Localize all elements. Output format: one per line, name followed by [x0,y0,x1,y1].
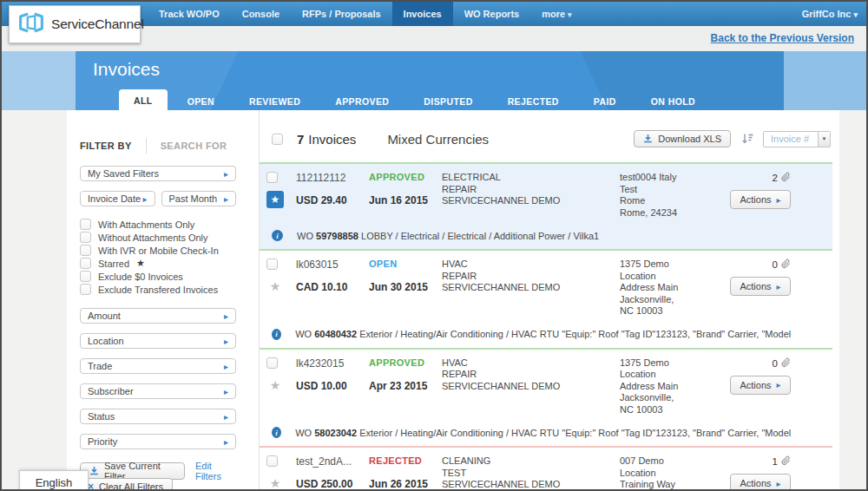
sort-field-value: Invoice # [764,134,818,144]
tab-approved[interactable]: APPROVED [320,93,404,110]
checkbox-label: Exclude $0 Invoices [98,272,183,282]
actions-button[interactable]: Actions▸ [730,190,791,209]
provider: SERVICECHANNEL DEMO [442,479,620,491]
actions-button[interactable]: Actions▸ [730,277,791,296]
tab-filter-by[interactable]: FILTER BY [80,141,132,151]
invoice-date-select[interactable]: Invoice Date ▸ [80,191,155,206]
tab-disputed[interactable]: DISPUTED [409,93,487,110]
checkbox-label: Without Attachments Only [98,232,208,243]
trade-label: Trade [88,361,112,371]
actions-label: Actions [740,194,771,205]
location-label: Location [88,336,124,346]
save-current-filter-button[interactable]: Save Current Filter [80,462,185,480]
chevron-right-icon: ▸ [224,437,228,447]
chevron-down-icon: ▾ [568,10,572,19]
tab-on-hold[interactable]: ON HOLD [636,93,710,110]
page-header-band-right [784,51,866,110]
edit-filters-link[interactable]: Edit Filters [195,461,236,481]
clear-all-filters-button[interactable]: × Clear All Filters [78,478,173,491]
checkbox[interactable] [80,258,91,269]
nav-console[interactable]: Console [231,2,291,26]
checkbox[interactable] [80,245,91,256]
location-address: Address Main [620,282,688,294]
provider: SERVICECHANNEL DEMO [442,195,620,207]
close-icon: × [88,481,94,491]
tab-search-for[interactable]: SEARCH FOR [161,141,227,151]
nav-invoices[interactable]: Invoices [392,2,453,26]
wo-prefix: WO [295,428,312,438]
filter-sidebar: FILTER BY SEARCH FOR My Saved Filters ▸ … [67,110,260,491]
row-checkbox[interactable] [266,357,278,369]
amount-label: Amount [88,311,121,321]
tab-rejected[interactable]: REJECTED [493,93,574,110]
account-menu[interactable]: GriffCo Inc▾ [802,2,858,26]
invoice-date: Jun 26 2015 [369,478,442,490]
actions-button[interactable]: Actions▸ [730,474,791,491]
chevron-right-icon: ▸ [777,380,781,390]
star-icon[interactable]: ★ [266,278,284,295]
my-saved-filters-select[interactable]: My Saved Filters ▸ [80,166,236,181]
subscriber-select[interactable]: Subscriber▸ [80,383,236,399]
info-icon[interactable]: i [272,427,281,438]
checkbox[interactable] [80,271,91,282]
star-icon: ★ [136,258,145,269]
nav-track-wopo[interactable]: Track WO/PO [148,2,231,26]
location-city: Jacksonville, NC 10003 [620,294,688,318]
download-xls-button[interactable]: Download XLS [634,130,731,147]
star-icon[interactable]: ★ [266,376,284,394]
back-to-previous-version-link[interactable]: Back to the Previous Version [711,32,854,44]
nav-rfps-proposals[interactable]: RFPs / Proposals [291,2,391,26]
location-select[interactable]: Location▸ [80,333,236,349]
row-checkbox[interactable] [266,259,278,270]
actions-label: Actions [740,380,771,390]
invoice-row: ★ lk063015CAD 10.10 OPENJun 30 2015 HVAC… [260,249,832,348]
select-all-checkbox[interactable] [272,134,283,145]
info-icon[interactable]: i [272,329,281,340]
trade-select[interactable]: Trade▸ [80,358,236,374]
invoice-count-label: Invoices [308,132,356,147]
invoice-amount: USD 10.00 [296,380,369,392]
row-checkbox[interactable] [266,455,278,467]
checkbox[interactable] [80,284,91,295]
date-range-select[interactable]: Past Month ▸ [161,191,237,206]
sort-field-select[interactable]: Invoice # ▼ [763,131,831,147]
checkbox[interactable] [80,232,91,243]
star-icon[interactable]: ★ [266,191,284,208]
wo-prefix: WO [295,329,312,339]
nav-more-label: more [542,9,565,19]
tab-reviewed[interactable]: REVIEWED [234,93,315,110]
nav-wo-reports[interactable]: WO Reports [453,2,531,26]
attachments-indicator: 1 [773,455,791,468]
attachments-indicator: 0 [773,357,791,370]
actions-button[interactable]: Actions▸ [730,376,791,395]
language-selector[interactable]: English [19,470,89,491]
clear-all-filters-label: Clear All Filters [99,481,163,491]
chevron-down-icon: ▾ [853,10,858,19]
paperclip-icon [781,455,791,468]
chevron-right-icon: ▸ [777,479,781,488]
my-saved-filters-label: My Saved Filters [88,168,159,179]
wo-prefix: WO [297,231,313,241]
brand-logo[interactable]: ServiceChannel [9,5,141,43]
location-name: test0004 Italy Test [620,172,688,195]
checkbox-label: Starred [98,259,129,269]
status-select[interactable]: Status▸ [80,409,236,424]
invoice-date-label: Invoice Date [88,193,141,204]
priority-select[interactable]: Priority▸ [80,434,236,449]
star-icon[interactable]: ★ [266,475,284,491]
top-nav-items: Track WO/PO Console RFPs / Proposals Inv… [148,2,583,26]
info-icon[interactable]: i [272,230,283,241]
sort-order-icon[interactable] [741,133,754,145]
checkbox[interactable] [80,219,91,230]
tab-all[interactable]: ALL [119,89,168,110]
attachment-count: 0 [773,259,778,270]
check-exclude-zero: Exclude $0 Invoices [80,271,236,282]
nav-more[interactable]: more▾ [530,2,582,26]
row-checkbox[interactable] [266,172,278,183]
tab-open[interactable]: OPEN [173,93,229,110]
invoice-amount: USD 29.40 [296,194,369,206]
amount-select[interactable]: Amount▸ [80,308,236,324]
status-badge: OPEN [369,259,442,270]
location-address: Training Way [620,479,688,491]
tab-paid[interactable]: PAID [579,93,631,110]
